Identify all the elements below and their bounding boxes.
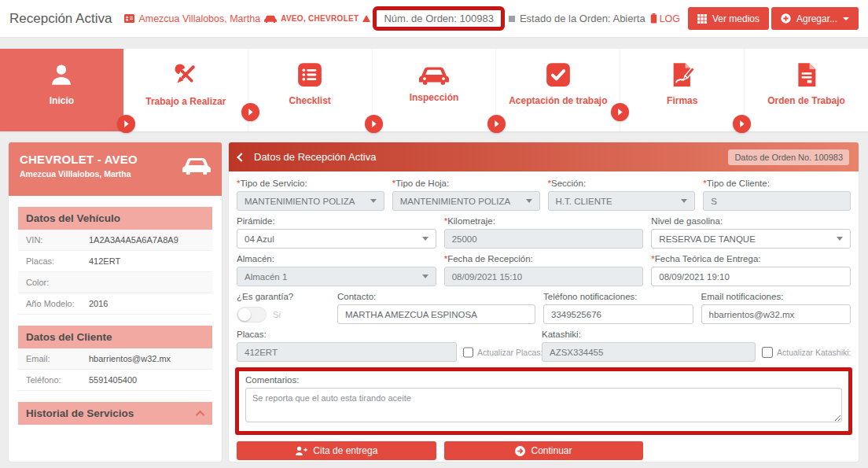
car-icon	[264, 15, 277, 23]
toggle-text: Sí	[273, 310, 281, 319]
checkbox-label: Actualizar Placas:	[477, 348, 542, 357]
user-plus-icon	[295, 446, 307, 456]
step-label: Orden de Trabajo	[767, 95, 845, 106]
step-trabajo-a-realizar[interactable]: Trabajo a Realizar	[124, 49, 248, 131]
order-status: Estado de la Orden: Abierta	[520, 13, 645, 24]
back-chevron-icon[interactable]	[237, 153, 245, 161]
order-badge: Datos de Orden No. 100983	[728, 149, 849, 165]
contacto-input[interactable]	[337, 304, 535, 324]
email-notificaciones-input[interactable]	[701, 304, 851, 324]
nivel-gasolina-select[interactable]: RESERVA DE TANQUE	[651, 229, 851, 249]
alert-triangle-icon	[362, 15, 370, 22]
vehicle-header-card: CHEVROLET - AVEO Amezcua Villlalobos, Ma…	[9, 142, 222, 196]
toggle-knob	[238, 308, 251, 321]
step-label: Inspección	[410, 92, 459, 103]
work-order-icon	[793, 61, 820, 88]
actualizar-katashiki-checkbox[interactable]	[762, 347, 773, 358]
table-row: Placas:412ERT	[18, 251, 212, 272]
check-square-icon	[545, 61, 572, 88]
field-seccion: *Sección: H.T. CLIENTE	[548, 179, 696, 211]
field-telefono-notificaciones: Teléfono notificaciones:	[543, 292, 693, 324]
row-label: Color:	[26, 278, 89, 287]
next-step-arrow-icon[interactable]	[117, 115, 135, 133]
garantia-toggle[interactable]	[237, 307, 267, 322]
next-step-arrow-icon[interactable]	[733, 115, 751, 133]
section-title: Datos del Cliente	[26, 331, 112, 343]
step-inspeccion[interactable]: Inspección	[373, 49, 497, 131]
id-card-icon	[124, 14, 134, 23]
field-label: Fecha Teórica de Entrega:	[655, 254, 761, 263]
katashiki-input[interactable]	[542, 342, 756, 362]
next-step-arrow-icon[interactable]	[611, 103, 629, 121]
ver-medios-button[interactable]: Ver medios	[688, 7, 769, 30]
cita-de-entrega-button[interactable]: Cita de entrega	[237, 441, 436, 460]
step-checklist[interactable]: Checklist	[248, 49, 373, 131]
field-tipo-hoja: *Tipo de Hoja: MANTENIMIENTO POLIZA	[392, 179, 540, 211]
log-link[interactable]: LOG	[650, 13, 680, 24]
chevron-down-icon	[837, 237, 843, 241]
actualizar-katashiki-group: Actualizar Katashiki:	[762, 342, 851, 362]
field-tipo-cliente: *Tipo de Cliente:	[703, 179, 851, 211]
step-firmas[interactable]: Firmas	[620, 49, 745, 131]
step-label: Aceptación de trabajo	[509, 95, 607, 106]
agregar-button[interactable]: Agregar...	[771, 7, 859, 30]
order-status-group: Estado de la Orden: Abierta LOG	[509, 13, 680, 24]
chevron-down-icon	[681, 199, 687, 203]
step-label: Firmas	[667, 95, 697, 106]
step-orden-de-trabajo[interactable]: Orden de Trabajo	[745, 49, 868, 131]
checklist-icon	[296, 61, 323, 88]
step-label: Trabajo a Realizar	[145, 96, 226, 107]
chevron-down-icon	[843, 17, 849, 20]
step-inicio[interactable]: Inicio	[0, 49, 124, 131]
field-label: Pirámide:	[237, 216, 275, 226]
field-email-notificaciones: Email notificaciones:	[701, 292, 851, 324]
battery-icon	[650, 13, 657, 24]
log-label: LOG	[660, 13, 680, 24]
telefono-notificaciones-input[interactable]	[543, 304, 693, 324]
field-label: Placas:	[237, 330, 267, 339]
kilometraje-input[interactable]	[444, 229, 644, 249]
empty-cell	[651, 441, 851, 460]
field-label: Tipo de Servicio:	[240, 179, 307, 188]
almacen-select[interactable]: Almacén 1	[237, 267, 436, 286]
next-step-arrow-icon[interactable]	[241, 103, 259, 121]
comentarios-textarea[interactable]	[245, 388, 842, 422]
field-label: Comentarios:	[245, 375, 299, 385]
continuar-button[interactable]: Continuar	[444, 441, 644, 460]
client-rows: Email:hbarrientos@w32.mx Teléfono:559140…	[18, 348, 212, 391]
field-es-garantia: ¿Es garantía? Sí	[237, 292, 329, 324]
fecha-teorica-entrega-input[interactable]	[651, 267, 851, 286]
tipo-hoja-select[interactable]: MANTENIMIENTO POLIZA	[392, 191, 540, 211]
reception-panel: Datos de Recepción Activa Datos de Orden…	[228, 142, 859, 462]
section-header-datos-vehiculo: Datos del Vehículo	[18, 207, 212, 230]
field-fecha-teorica-entrega: *Fecha Teórica de Entrega:	[651, 254, 851, 286]
fecha-recepcion-input[interactable]	[444, 267, 644, 286]
comentarios-annotation-box: Comentarios:	[235, 367, 852, 435]
step-aceptacion-de-trabajo[interactable]: Aceptación de trabajo	[496, 49, 620, 131]
chevron-down-icon	[422, 237, 428, 241]
piramide-select[interactable]: 04 Azul	[237, 229, 436, 249]
tipo-cliente-input[interactable]	[703, 191, 851, 211]
car-icon	[182, 156, 211, 175]
button-label: Continuar	[531, 445, 572, 456]
section-header-datos-cliente: Datos del Cliente	[18, 326, 212, 348]
tipo-servicio-select[interactable]: MANTENIMIENTO POLIZA	[237, 191, 384, 211]
table-row: Email:hbarrientos@w32.mx	[18, 348, 212, 370]
seccion-select[interactable]: H.T. CLIENTE	[548, 191, 696, 211]
actualizar-placas-checkbox[interactable]	[463, 347, 473, 358]
field-fecha-recepcion: *Fecha de Recepción:	[444, 254, 644, 286]
next-step-arrow-icon[interactable]	[365, 115, 383, 133]
section-title: Datos del Vehículo	[26, 212, 120, 224]
page-title: Recepción Activa	[9, 11, 112, 27]
order-number: Núm. de Orden: 100983	[384, 13, 493, 24]
row-label: Teléfono:	[26, 375, 89, 385]
placas-input[interactable]	[237, 342, 457, 362]
customer-summary: Amezcua Villalobos, Martha AVEO, CHEVROL…	[124, 13, 370, 24]
field-label: Tipo de Hoja:	[395, 179, 449, 188]
section-header-historial-servicios[interactable]: Historial de Servicios	[18, 402, 212, 425]
row-label: VIN:	[26, 235, 89, 245]
field-placas: Placas:	[237, 330, 457, 362]
square-icon	[509, 16, 515, 22]
next-step-arrow-icon[interactable]	[487, 115, 506, 133]
signature-icon	[669, 61, 696, 88]
